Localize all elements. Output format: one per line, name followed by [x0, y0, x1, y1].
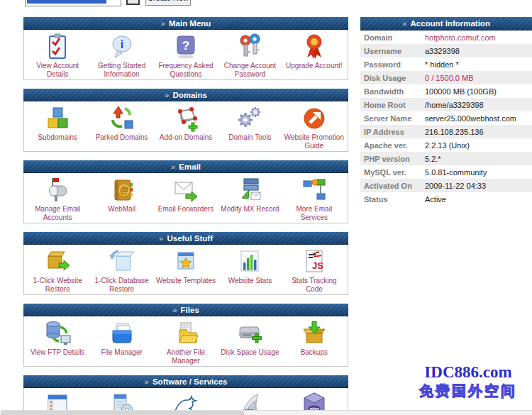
panel-body: 1-Click Website Restore 1-Click Database… — [23, 245, 348, 295]
website-templates-icon — [172, 247, 200, 277]
menu-item-view-account-details[interactable]: View Account Details — [26, 32, 89, 78]
panel-body: View Account Details i Getting Started I… — [23, 30, 348, 80]
account-row-value: /home/a3329398 — [425, 101, 484, 109]
svg-text:JS: JS — [312, 260, 323, 271]
account-row-disk-usage: Disk Usage 0 / 1500.0 MB — [360, 71, 532, 84]
menu-item-subdomains[interactable]: Subdomains — [26, 104, 89, 150]
account-information-rows: Domain hotphoto.comuf.com Username a3329… — [360, 31, 532, 206]
account-row-home-root: Home Root /home/a3329398 — [360, 98, 532, 111]
menu-item-change-account-password[interactable]: Change Account Password — [218, 32, 282, 78]
account-row-value: 5.2.* — [425, 155, 441, 163]
chevron-icon: » — [159, 234, 163, 243]
menu-item-stats-tracking-code[interactable]: JS Stats Tracking Code — [282, 247, 346, 293]
website-stats-icon — [235, 247, 264, 277]
menu-item-file-manager[interactable]: File Manager — [89, 319, 153, 365]
go-button[interactable] — [126, 0, 140, 5]
panel-header: »Files — [23, 304, 348, 316]
page: Create New »Main Menu View Account Detai… — [0, 0, 532, 415]
panel-body: Subdomains Parked Domains Add-on Domains… — [23, 101, 348, 152]
panel-title: Domains — [172, 91, 207, 99]
account-row-value: Active — [425, 195, 446, 204]
menu-item-manage-email-accounts[interactable]: Manage Email Accounts — [26, 175, 89, 221]
top-toolbar: Create New — [0, 0, 227, 6]
backups-icon — [300, 319, 328, 348]
menu-item-label: Disk Space Usage — [219, 348, 280, 357]
svg-text:?: ? — [182, 39, 189, 52]
account-row-value[interactable]: hotphoto.comuf.com — [425, 33, 496, 42]
menu-item-label: Website Promotion Guide — [282, 133, 346, 150]
menu-item-1-click-website-restore[interactable]: 1-Click Website Restore — [26, 247, 89, 293]
menu-item-frequency-asked-questions[interactable]: ? Frequency Asked Questions — [154, 32, 218, 78]
menu-item-another-file-manager[interactable]: Another File Manager — [154, 319, 218, 365]
panel-software-services: »Software / Services php php — [23, 375, 348, 415]
js-tracking-icon: JS — [300, 247, 328, 277]
account-row-label: Apache ver. — [360, 141, 425, 150]
account-row-value: 5.0.81-community — [425, 168, 487, 177]
menu-item-add-on-domains[interactable]: Add-on Domains — [154, 104, 218, 150]
panel-title: Main Menu — [169, 19, 211, 28]
panel-body: Manage Email Accounts @ WebMail Email Fo… — [23, 173, 348, 223]
account-row-value: 216.108.235.136 — [425, 128, 484, 136]
menu-item-label: Upgrade Account! — [284, 62, 344, 70]
promo-arrow-icon — [300, 104, 328, 133]
account-row-mysql-ver: MySQL ver. 5.0.81-community — [360, 165, 532, 179]
chevron-icon: » — [161, 19, 165, 28]
question-square-icon: ? — [172, 32, 200, 62]
menu-item-parked-domains[interactable]: Parked Domains — [89, 104, 153, 150]
horizontal-scrollbar[interactable] — [0, 410, 532, 415]
menu-item-website-stats[interactable]: Website Stats — [218, 247, 282, 293]
menu-item-email-forwarders[interactable]: Email Forwarders — [154, 175, 218, 221]
menu-item-backups[interactable]: Backups — [282, 319, 346, 365]
account-row-label: Server Name — [360, 114, 425, 123]
menu-item-disk-space-usage[interactable]: Disk Space Usage — [218, 319, 282, 365]
account-row-domain: Domain hotphoto.comuf.com — [360, 31, 532, 44]
account-row-label: Disk Usage — [360, 74, 425, 82]
account-row-activated-on: Activated On 2009-11-22 04:33 — [360, 179, 532, 192]
account-row-ip-address: IP Address 216.108.235.136 — [360, 125, 532, 138]
menu-item-label: File Manager — [99, 348, 143, 357]
more-email-icon — [300, 175, 328, 205]
account-row-php-version: PHP version 5.2.* — [360, 152, 532, 165]
menu-item-view-ftp-details[interactable]: View FTP Details — [26, 319, 89, 365]
panel-main-menu: »Main Menu View Account Details i Gettin… — [23, 17, 348, 80]
account-row-password: Password * hidden * — [360, 57, 532, 71]
panel-title: Useful Stuff — [167, 234, 213, 243]
menu-item-label: Modify MX Record — [219, 205, 280, 214]
menu-item-label: WebMail — [106, 205, 137, 214]
menu-item-more-email-services[interactable]: More Email Services — [282, 175, 346, 221]
account-row-username: Username a3329398 — [360, 44, 532, 57]
account-information-panel: »Account Information Domain hotphoto.com… — [360, 17, 532, 206]
info-bubble-icon: i — [108, 32, 136, 62]
account-row-value: 2.2.13 (Unix) — [425, 141, 470, 150]
menu-item-webmail[interactable]: @ WebMail — [89, 175, 153, 221]
menu-item-website-promotion-guide[interactable]: Website Promotion Guide — [282, 104, 346, 150]
account-row-label: PHP version — [360, 155, 425, 163]
panel-files: »Files View FTP Details File Manager Ano… — [23, 304, 348, 367]
create-new-button[interactable]: Create New — [145, 0, 191, 6]
account-row-apache-ver: Apache ver. 2.2.13 (Unix) — [360, 138, 532, 152]
menu-item-modify-mx-record[interactable]: Modify MX Record — [218, 175, 282, 221]
account-row-value: 0 / 1500.0 MB — [425, 74, 474, 82]
svg-text:@: @ — [120, 185, 128, 195]
panel-header: »Useful Stuff — [23, 232, 348, 245]
account-row-label: Username — [360, 47, 425, 55]
domain-input[interactable] — [25, 0, 121, 6]
panel-title: Software / Services — [153, 377, 227, 386]
menu-item-domain-tools[interactable]: Domain Tools — [218, 104, 282, 150]
watermark: IDC886.com 免费国外空间 — [407, 363, 529, 400]
scrollbar-thumb[interactable] — [1, 411, 244, 415]
menu-item-label: Change Account Password — [218, 62, 282, 78]
menu-item-label: Getting Started Information — [89, 62, 153, 78]
menu-item-upgrade-account[interactable]: Upgrade Account! — [282, 32, 346, 78]
panel-header: »Main Menu — [23, 17, 348, 30]
menu-item-website-templates[interactable]: Website Templates — [154, 247, 218, 293]
website-restore-icon — [43, 247, 72, 277]
menu-item-label: Another File Manager — [154, 348, 218, 365]
menu-item-getting-started-information[interactable]: i Getting Started Information — [89, 32, 153, 78]
account-row-value: server25.000webhost.com — [425, 114, 516, 123]
account-row-value: 2009-11-22 04:33 — [425, 182, 486, 190]
menu-item-1-click-database-restore[interactable]: 1-Click Database Restore — [89, 247, 153, 293]
account-row-value: * hidden * — [425, 60, 459, 69]
menu-item-label: View FTP Details — [29, 348, 86, 357]
cubes-icon — [43, 104, 72, 133]
